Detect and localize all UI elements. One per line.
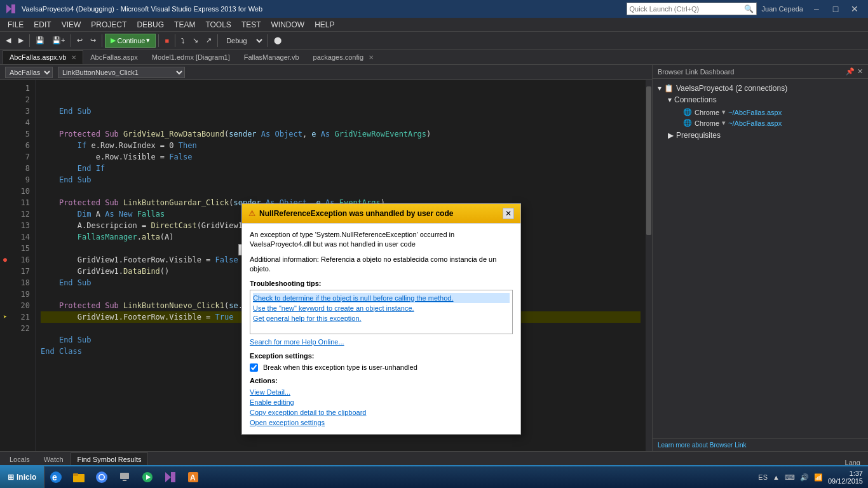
tab-model1[interactable]: Model1.edmx [Diagram1] <box>145 50 237 64</box>
exception-close-button[interactable]: ✕ <box>503 208 514 219</box>
tab-abcfallas-vb[interactable]: AbcFallas.aspx.vb ✕ <box>3 50 83 64</box>
menu-edit[interactable]: EDIT <box>29 18 56 32</box>
exc-title-left: ⚠ NullReferenceException was unhandled b… <box>248 209 453 218</box>
debug-mode-select[interactable]: Debug <box>220 34 265 48</box>
action-enable-editing[interactable]: Enable editing <box>250 397 513 407</box>
user-label: Juan Cepeda <box>762 5 803 13</box>
taskbar: ⊞ Inicio e A ES ▲ ⌨ 🔊 📶 1:37 09/12/2015 <box>0 465 868 488</box>
search-more-link[interactable]: Search for more Help Online... <box>250 337 513 347</box>
expand-icon[interactable]: ▾ <box>658 84 661 93</box>
connections-label: Connections <box>674 95 717 104</box>
editor-scrollbar-v[interactable] <box>646 80 652 451</box>
restore-button[interactable]: □ <box>827 3 844 15</box>
title-controls: – □ ✕ <box>808 3 863 15</box>
svg-point-8 <box>100 475 104 480</box>
tip-link-2[interactable]: Get general help for this exception. <box>253 313 510 323</box>
menu-test[interactable]: TEST <box>236 18 266 32</box>
checkbox-text: Break when this exception type is user-u… <box>263 363 417 371</box>
tip-link-1[interactable]: Use the "new" keyword to create an objec… <box>253 303 510 313</box>
method-selector[interactable]: LinkButtonNuevo_Click1 <box>58 67 185 78</box>
tab-close-icon[interactable]: ✕ <box>71 54 76 61</box>
taskbar-media[interactable] <box>136 466 159 488</box>
menu-window[interactable]: WINDOW <box>266 18 310 32</box>
taskbar-ie[interactable]: e <box>44 466 67 488</box>
menu-help[interactable]: HELP <box>309 18 339 32</box>
menu-tools[interactable]: TOOLS <box>200 18 236 32</box>
connection-1: 🌐 Chrome ▾ ~/AbcFallas.aspx <box>678 107 863 118</box>
learn-more-link[interactable]: Learn more about Browser Link <box>658 442 747 449</box>
toolbar-step-in[interactable]: ↘ <box>189 34 201 48</box>
toolbar-undo[interactable]: ↩ <box>74 34 86 48</box>
conn-expand[interactable]: ▾ <box>668 95 672 104</box>
toolbar-save[interactable]: 💾 <box>32 34 48 48</box>
taskbar-vs[interactable] <box>159 466 182 488</box>
tab-find-symbol[interactable]: Find Symbol Results <box>71 452 149 466</box>
toolbar-step-over[interactable]: ⤵ <box>178 34 188 48</box>
svg-text:A: A <box>190 473 196 482</box>
exception-dialog: ⚠ NullReferenceException was unhandled b… <box>241 203 521 435</box>
continue-dropdown[interactable]: ▾ <box>146 36 150 44</box>
tab-watch[interactable]: Watch <box>37 452 71 466</box>
panel-pin[interactable]: 📌 <box>846 67 855 76</box>
tab-packages-close[interactable]: ✕ <box>369 54 374 61</box>
toolbar-sep6 <box>217 34 218 47</box>
tab-abcfallas-aspx[interactable]: AbcFallas.aspx <box>83 50 145 64</box>
toolbar-back[interactable]: ◀ <box>3 34 14 48</box>
menu-view[interactable]: VIEW <box>57 18 86 32</box>
project-label: VaelsaProyecto4 (2 connections) <box>676 84 787 93</box>
toolbar-redo[interactable]: ↪ <box>87 34 99 48</box>
exception-actions: View Detail... Enable editing Copy excep… <box>250 387 513 428</box>
editor-header: AbcFallas LinkButtonNuevo_Click1 <box>0 65 652 80</box>
chrome-url-2[interactable]: ~/AbcFallas.aspx <box>728 119 782 127</box>
window-title: VaelsaProyecto4 (Debugging) - Microsoft … <box>22 5 262 13</box>
taskbar-network-icon: 📶 <box>814 473 823 482</box>
chrome-icon-2: 🌐 <box>683 119 692 127</box>
exception-checkbox-label[interactable]: Break when this exception type is user-u… <box>250 363 513 372</box>
toolbar-forward[interactable]: ▶ <box>15 34 27 48</box>
continue-button[interactable]: ▶ Continue ▾ <box>105 34 156 48</box>
start-button[interactable]: ⊞ Inicio <box>0 466 44 488</box>
menu-debug[interactable]: DEBUG <box>132 18 169 32</box>
taskbar-up-icon[interactable]: ▲ <box>773 473 780 481</box>
action-view-detail[interactable]: View Detail... <box>250 387 513 397</box>
action-copy-detail[interactable]: Copy exception detail to the clipboard <box>250 407 513 417</box>
close-button[interactable]: ✕ <box>846 3 863 15</box>
panel-close[interactable]: ✕ <box>857 67 863 76</box>
svg-rect-5 <box>73 473 78 476</box>
action-open-settings[interactable]: Open exception settings <box>250 417 513 428</box>
minimize-button[interactable]: – <box>808 3 825 15</box>
taskbar-extra[interactable]: A <box>182 466 205 488</box>
menu-file[interactable]: FILE <box>3 18 29 32</box>
chrome-dropdown-2[interactable]: ▾ <box>722 119 726 127</box>
tip-link-0[interactable]: Check to determine if the object is null… <box>253 293 510 303</box>
taskbar-explorer[interactable] <box>67 466 90 488</box>
exception-checkbox[interactable] <box>250 363 258 372</box>
tab-fallasmanager[interactable]: FallasManager.vb <box>237 50 306 64</box>
tab-locals[interactable]: Locals <box>3 452 37 466</box>
taskbar-chrome[interactable] <box>90 466 113 488</box>
tab-label: AbcFallas.aspx.vb <box>10 53 66 61</box>
toolbar-stop[interactable]: ■ <box>161 34 172 48</box>
tab-packages[interactable]: packages.config ✕ <box>306 50 381 64</box>
svg-rect-1 <box>11 4 15 13</box>
chrome-url-1[interactable]: ~/AbcFallas.aspx <box>728 109 782 116</box>
toolbar-sep7 <box>268 34 268 47</box>
tab-label: Model1.edmx [Diagram1] <box>152 53 230 61</box>
menu-project[interactable]: PROJECT <box>86 18 132 32</box>
menu-team[interactable]: TEAM <box>169 18 200 32</box>
taskbar-network[interactable] <box>113 466 136 488</box>
prereq-expand[interactable]: ▶ <box>668 131 674 140</box>
troubleshooting-tips-box[interactable]: Check to determine if the object is null… <box>250 290 513 334</box>
toolbar-save-all[interactable]: 💾+ <box>49 34 68 48</box>
quick-launch-input[interactable] <box>627 3 742 15</box>
vs-logo <box>5 3 17 15</box>
class-selector[interactable]: AbcFallas <box>5 67 53 78</box>
svg-marker-13 <box>165 472 171 482</box>
chrome-dropdown-1[interactable]: ▾ <box>722 108 726 116</box>
svg-text:e: e <box>52 472 57 482</box>
clock-date: 09/12/2015 <box>828 477 863 485</box>
exception-title-bar: ⚠ NullReferenceException was unhandled b… <box>242 204 520 224</box>
taskbar-speaker-icon[interactable]: 🔊 <box>800 473 809 482</box>
toolbar-step-out[interactable]: ↗ <box>203 34 215 48</box>
toolbar-breakpoints[interactable]: ⬤ <box>271 34 285 48</box>
